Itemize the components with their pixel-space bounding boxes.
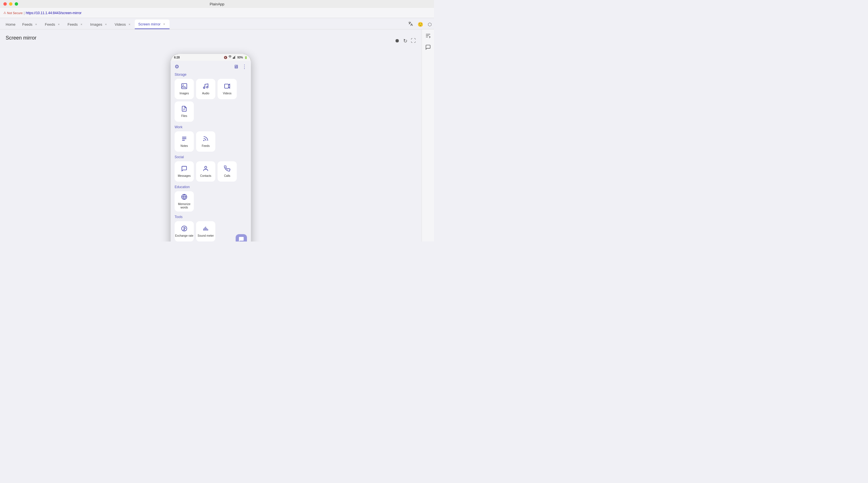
minimize-button[interactable] — [9, 2, 12, 6]
app-files[interactable]: Files — [175, 101, 194, 122]
notes-icon — [181, 136, 187, 143]
svg-point-6 — [207, 86, 208, 88]
app-feeds[interactable]: Feeds — [196, 131, 215, 152]
sidebar-playlist-icon[interactable] — [425, 33, 431, 40]
svg-rect-1 — [234, 57, 234, 59]
refresh-button[interactable]: ↻ — [403, 38, 407, 44]
svg-rect-7 — [225, 84, 228, 88]
translate-icon[interactable] — [408, 21, 413, 27]
app-sound-meter[interactable]: Sound meter — [196, 221, 215, 242]
phone-content: Storage Images — [170, 71, 251, 242]
contacts-label: Contacts — [200, 174, 211, 178]
sidebar-chat-icon[interactable] — [425, 44, 431, 52]
tab-home[interactable]: Home — [2, 20, 19, 29]
videos-icon — [224, 83, 230, 91]
social-grid: Messages Contacts — [175, 161, 247, 182]
traffic-lights — [3, 2, 18, 6]
files-label: Files — [181, 115, 187, 118]
work-grid: Notes Feeds — [175, 131, 247, 152]
exchange-rate-icon — [181, 225, 187, 233]
tab-feeds2[interactable]: Feeds × — [41, 20, 64, 29]
maximize-button[interactable] — [15, 2, 18, 6]
audio-icon — [203, 83, 209, 91]
url-bar[interactable]: ⚠ Not Secure | https://10.11.1.44:8443/s… — [3, 11, 82, 15]
svg-rect-3 — [235, 56, 236, 59]
tab-close-images[interactable]: × — [104, 22, 108, 26]
images-icon — [181, 83, 187, 91]
phone-settings-icon[interactable]: ⚙ — [175, 64, 179, 70]
app-audio[interactable]: Audio — [196, 79, 215, 99]
signal-icon — [233, 55, 236, 59]
category-work-label: Work — [175, 125, 247, 129]
tab-bar: Home Feeds × Feeds × Feeds × Images × Vi… — [0, 18, 434, 29]
memorize-words-icon — [181, 194, 187, 201]
battery-icon: 🔋 — [244, 56, 248, 59]
tab-screen-mirror[interactable]: Screen mirror × — [135, 20, 169, 29]
svg-rect-0 — [233, 58, 234, 59]
sound-meter-icon — [203, 225, 209, 233]
wifi-icon — [228, 55, 232, 59]
svg-point-14 — [205, 166, 207, 168]
messages-label: Messages — [178, 174, 191, 178]
svg-rect-2 — [234, 56, 235, 59]
svg-rect-4 — [182, 83, 187, 88]
feeds-label: Feeds — [202, 144, 210, 148]
education-grid: Memorize words — [175, 191, 247, 212]
images-label: Images — [180, 92, 189, 95]
right-sidebar — [422, 29, 434, 242]
app-messages[interactable]: Messages — [175, 161, 194, 182]
main-content: Screen mirror ⏺ ↻ ⛶ 6:28 🔇 — [0, 29, 434, 242]
feeds-icon — [203, 136, 209, 143]
category-social: Social Messages — [170, 154, 251, 184]
app-memorize-words[interactable]: Memorize words — [175, 191, 194, 212]
tab-close-screen-mirror[interactable]: × — [162, 22, 166, 26]
page-header: Screen mirror ⏺ ↻ ⛶ — [6, 35, 416, 46]
tab-feeds1[interactable]: Feeds × — [19, 20, 41, 29]
mute-icon: 🔇 — [224, 56, 227, 59]
sidebar-toggle-icon[interactable]: ⬡ — [428, 22, 432, 27]
close-button[interactable] — [3, 2, 7, 6]
tab-feeds3[interactable]: Feeds × — [64, 20, 87, 29]
not-secure-indicator: ⚠ Not Secure — [3, 11, 23, 15]
battery-text: 93% — [237, 56, 243, 59]
app-exchange-rate[interactable]: Exchange rate — [175, 221, 194, 242]
phone-time: 6:28 — [174, 56, 180, 59]
phone-display-icon[interactable]: 🖥 — [234, 64, 239, 70]
category-tools-label: Tools — [175, 215, 247, 219]
memorize-words-label: Memorize words — [175, 202, 194, 209]
files-icon — [181, 106, 187, 113]
fullscreen-button[interactable]: ⛶ — [411, 38, 416, 44]
record-button[interactable]: ⏺ — [395, 38, 400, 44]
svg-point-13 — [204, 140, 204, 141]
category-work: Work Notes — [170, 124, 251, 154]
tab-close-feeds1[interactable]: × — [34, 22, 38, 26]
tab-close-feeds2[interactable]: × — [57, 22, 61, 26]
app-videos[interactable]: Videos — [218, 79, 237, 99]
app-contacts[interactable]: Contacts — [196, 161, 215, 182]
tab-close-feeds3[interactable]: × — [80, 22, 83, 26]
contacts-icon — [203, 165, 209, 173]
phone-status-bar: 6:28 🔇 93% 🔋 — [170, 54, 251, 61]
tab-bar-actions: 🙂 ⬡ — [408, 21, 432, 29]
emoji-icon[interactable]: 🙂 — [417, 22, 423, 27]
tab-close-videos[interactable]: × — [127, 22, 131, 26]
phone-body: ⚙ 🖥 ⋮ Storage — [170, 61, 251, 242]
exchange-rate-label: Exchange rate — [175, 234, 193, 237]
app-notes[interactable]: Notes — [175, 131, 194, 152]
category-social-label: Social — [175, 155, 247, 159]
notes-label: Notes — [181, 144, 188, 148]
fab-icon — [239, 236, 244, 242]
sound-meter-label: Sound meter — [197, 234, 214, 237]
title-bar: PlainApp — [0, 0, 434, 8]
storage-grid: Images Audio — [175, 79, 247, 122]
app-calls[interactable]: Calls — [218, 161, 237, 182]
phone-more-icon[interactable]: ⋮ — [242, 64, 247, 70]
videos-label: Videos — [223, 92, 231, 95]
app-images[interactable]: Images — [175, 79, 194, 99]
svg-point-5 — [204, 87, 205, 88]
window-title: PlainApp — [210, 2, 224, 6]
tab-images[interactable]: Images × — [87, 20, 111, 29]
page-actions: ⏺ ↻ ⛶ — [395, 38, 416, 44]
phone-fab[interactable] — [236, 234, 247, 242]
tab-videos[interactable]: Videos × — [111, 20, 135, 29]
